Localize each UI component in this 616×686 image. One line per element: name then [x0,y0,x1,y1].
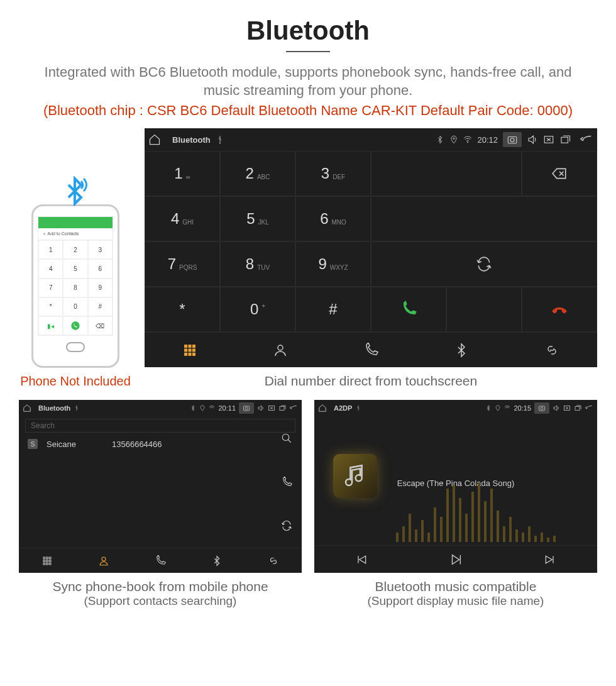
wifi-icon [504,405,510,411]
dial-key-hash[interactable]: # [295,287,371,332]
clock: 20:15 [514,404,531,412]
tab-calllog[interactable] [132,548,189,573]
svg-rect-9 [193,345,195,347]
play-pause-button[interactable] [409,546,503,573]
dial-key-1[interactable]: 1∞ [145,151,220,196]
sync-icon[interactable] [277,520,297,531]
back-icon[interactable] [585,404,593,412]
add-to-contacts-label: ＋ Add to Contacts [38,228,113,240]
wifi-icon [209,405,215,411]
screenshot-icon[interactable] [239,402,254,414]
svg-rect-61 [553,536,556,542]
recents-icon[interactable] [559,134,571,145]
dial-display [371,151,522,196]
svg-rect-24 [49,557,51,559]
location-icon [449,135,458,144]
close-icon[interactable] [268,404,275,412]
svg-rect-47 [465,514,468,542]
usb-icon [216,135,224,144]
volume-icon[interactable] [527,134,538,145]
key-2: 2 [63,240,87,259]
svg-rect-40 [421,520,424,542]
svg-point-31 [102,557,106,561]
close-icon[interactable] [543,134,554,145]
redial-button[interactable] [371,241,597,287]
svg-point-1 [453,138,454,139]
app-name: A2DP [334,404,352,412]
page-title: Bluetooth [246,16,370,46]
svg-rect-11 [189,349,191,351]
svg-point-21 [282,434,289,441]
phonebook-subcaption: (Support contacts searching) [84,594,237,608]
contact-number: 13566664466 [112,440,162,449]
svg-rect-55 [515,529,518,542]
music-caption: Bluetooth music compatible [375,579,537,594]
backspace-button[interactable] [522,151,597,196]
blank-cell-1 [371,196,597,241]
svg-rect-27 [49,560,51,562]
tab-bluetooth[interactable] [189,548,245,573]
svg-point-18 [245,407,248,410]
svg-point-4 [510,138,514,142]
specs-line: (Bluetooth chip : CSR BC6 Default Blueto… [43,102,573,119]
contact-row[interactable]: S Seicane 13566664466 [19,435,302,453]
dial-key-5[interactable]: 5JKL [220,196,295,241]
svg-rect-49 [478,482,480,542]
dialer-caption: Dial number direct from touchscreen [265,373,477,389]
search-icon[interactable] [277,433,297,444]
dial-key-9[interactable]: 9WXYZ [295,241,371,287]
key-5: 5 [63,259,87,278]
contact-name: Seicane [47,440,103,449]
music-subcaption: (Support display music file name) [368,594,544,608]
svg-rect-36 [396,533,399,542]
home-button [66,342,85,352]
screenshot-icon[interactable] [503,132,522,147]
recents-icon[interactable] [574,404,581,412]
dial-key-2[interactable]: 2ABC [220,151,295,196]
tab-dialpad[interactable] [19,548,75,573]
tab-calllog[interactable] [326,333,416,367]
hangup-button[interactable] [522,287,597,332]
back-icon[interactable] [580,133,593,147]
search-input[interactable]: Search [25,419,295,433]
svg-rect-45 [453,485,455,542]
back-icon[interactable] [289,404,298,412]
svg-rect-37 [402,526,405,542]
dial-key-0[interactable]: 0+ [220,287,295,332]
tab-pair[interactable] [245,548,302,573]
dial-key-star[interactable]: * [145,287,220,332]
tab-pair[interactable] [507,333,597,367]
dial-key-3[interactable]: 3DEF [295,151,371,196]
svg-rect-59 [541,533,543,542]
prev-track-button[interactable] [314,546,409,573]
home-icon[interactable] [148,133,161,146]
svg-rect-12 [193,349,195,351]
dial-key-4[interactable]: 4GHI [145,196,220,241]
close-icon[interactable] [563,404,571,412]
app-name: Bluetooth [172,135,211,145]
home-icon[interactable] [23,404,31,412]
tab-bluetooth[interactable] [416,333,507,367]
home-icon[interactable] [318,404,327,412]
svg-rect-57 [528,526,531,542]
svg-rect-43 [440,517,443,542]
svg-point-33 [541,407,543,410]
phonebook-caption: Sync phone-book from mobile phone [52,579,268,594]
next-track-button[interactable] [503,546,597,573]
dial-key-8[interactable]: 8TUV [220,241,295,287]
volume-icon[interactable] [257,404,265,412]
call-button[interactable] [371,287,446,332]
call-contact-icon[interactable] [277,477,297,488]
dial-key-7[interactable]: 7PQRS [145,241,220,287]
svg-rect-13 [185,353,187,355]
contact-initial: S [28,439,38,449]
svg-rect-58 [534,536,537,542]
dial-key-6[interactable]: 6MNO [295,196,371,241]
tab-contacts[interactable] [235,333,326,367]
volume-icon[interactable] [553,404,560,412]
tab-dialpad[interactable] [145,333,235,367]
tab-contacts[interactable] [75,548,132,573]
screenshot-icon[interactable] [534,402,549,414]
svg-rect-51 [490,489,493,542]
recents-icon[interactable] [278,404,286,412]
